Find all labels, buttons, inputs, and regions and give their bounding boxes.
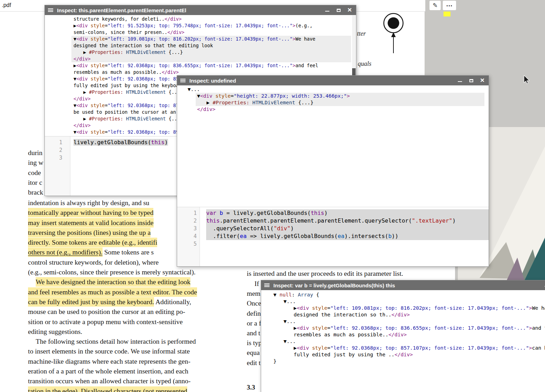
pdf-text-line: tation in the edge). Disallowed characte… — [28, 386, 238, 392]
sticky-note-marker[interactable] — [443, 12, 450, 16]
hamburger-menu-icon[interactable] — [264, 284, 270, 284]
annotate-button[interactable]: ✎ — [429, 1, 441, 10]
token: ▶ — [74, 63, 76, 68]
token: ▼ — [197, 93, 200, 99]
token: ... — [287, 318, 296, 324]
token: style — [88, 129, 105, 135]
dom-tree-node[interactable]: ▼... — [188, 86, 489, 93]
token: = — [105, 63, 107, 68]
token: ▼ — [284, 318, 287, 324]
pencil-icon: ✎ — [433, 2, 438, 9]
code-line[interactable] — [206, 240, 489, 248]
inspector-window-undefined: Inspect: undefined × ▼...▼<div style="he… — [177, 75, 489, 267]
token: = — [105, 129, 107, 135]
maximize-button[interactable] — [335, 7, 342, 13]
object-tree-node[interactable]: ▶<div style="left: 109.081px; top: 816.2… — [294, 305, 545, 312]
code-line[interactable]: this.parentElement.parentElement.parentE… — [206, 217, 489, 225]
token: resembles as much as possible.. — [294, 332, 389, 337]
token: </div> — [74, 56, 91, 62]
maximize-icon — [337, 9, 341, 12]
object-tree-node[interactable]: ▼... — [284, 298, 545, 305]
dom-tree-node[interactable]: semi-colons, since their presen..</div> — [74, 29, 356, 36]
window-titlebar[interactable]: Inspect: undefined × — [177, 76, 489, 85]
hamburger-menu-icon[interactable] — [48, 8, 53, 9]
token: ▼ — [74, 129, 76, 135]
object-tree-node[interactable]: } — [273, 358, 545, 365]
close-button[interactable]: × — [347, 7, 353, 13]
token: designed the interaction so th.. — [294, 312, 391, 317]
minimize-button[interactable] — [457, 77, 463, 84]
dom-tree-node[interactable]: ▶ #Properties: HTMLDivElement {...} — [207, 99, 489, 106]
token: style — [88, 76, 105, 82]
token: "left: 109.081px; top: 816.202px; font-s… — [108, 36, 293, 42]
token: style — [88, 103, 105, 108]
token: HTMLDivElement — [123, 116, 166, 121]
pdf-text-line: transition occurs when an allowed charac… — [28, 376, 238, 386]
token: structure keywords, for deleti.. — [74, 16, 165, 22]
window-controls: × — [544, 282, 545, 288]
token: = — [231, 93, 234, 99]
object-tree-node[interactable]: ▼... — [284, 318, 545, 325]
dom-tree-node[interactable]: </div> — [197, 106, 489, 113]
maximize-button[interactable] — [468, 77, 474, 84]
dom-tree-node[interactable]: designed the interaction so that the edi… — [74, 42, 356, 49]
object-tree-node[interactable]: ▼... — [284, 338, 545, 345]
token: this — [311, 210, 324, 216]
minimize-button[interactable] — [544, 282, 545, 288]
token: <div — [297, 305, 309, 311]
dom-tree-node[interactable]: structure keywords, for deleti..</div> — [74, 16, 356, 22]
dom-tree-node[interactable]: ▶<div style="left: 92.0368px; top: 836.6… — [74, 62, 356, 69]
minimize-button[interactable] — [324, 7, 330, 13]
object-tree-node[interactable]: fully edited just by using the ..</div> — [294, 351, 545, 358]
line-number: 5 — [177, 240, 200, 248]
object-tree-node[interactable]: ▶<div style="left: 92.0368px; top: 836.6… — [294, 325, 545, 331]
token: : — [292, 292, 298, 298]
code-line[interactable]: var b = lively.getGlobalBounds(this) — [206, 209, 489, 217]
token: HTMLDivElement — [123, 89, 166, 95]
token: "height: 22.877px; width: 253.466px;" — [234, 93, 347, 99]
pdf-filename: .pdf — [2, 2, 11, 8]
token: ▼ — [273, 292, 279, 298]
dom-tree-node[interactable]: </div> — [74, 56, 356, 62]
token — [216, 210, 220, 216]
token: ▶ — [83, 49, 89, 55]
token: .querySelectorAll( — [206, 225, 274, 232]
token: </div> — [391, 312, 410, 317]
hamburger-menu-icon[interactable] — [180, 79, 186, 79]
line-number: 2 — [45, 146, 70, 154]
close-button[interactable]: × — [479, 77, 485, 83]
dom-tree-node[interactable]: resembles as much as possible..</div> — [74, 69, 356, 76]
more-options-button[interactable]: … — [443, 1, 456, 10]
token: > — [293, 63, 295, 68]
token: ) — [324, 210, 328, 216]
inspector-window-array-result: Inspect: var b = lively.getGlobalBounds(… — [261, 280, 545, 392]
token: <div — [297, 325, 309, 331]
token: )) — [392, 233, 398, 239]
code-area[interactable]: var b = lively.getGlobalBounds(this)this… — [206, 207, 489, 266]
code-line[interactable]: .querySelectorAll("div") — [206, 225, 489, 232]
token: > — [347, 93, 350, 99]
token: ▼ — [74, 36, 76, 42]
token: style — [309, 325, 327, 331]
code-line[interactable]: .filter(ea => lively.getGlobalBounds(ea)… — [206, 232, 489, 240]
token: ▼ — [284, 299, 287, 304]
dom-tree-node[interactable]: ▶ #Properties: HTMLDivElement {...} — [83, 49, 356, 56]
token: null — [279, 292, 292, 298]
token: ▶ — [294, 325, 297, 331]
dom-tree-node[interactable]: ▶<div style="left: 91.5253px; top: 795.7… — [74, 22, 356, 29]
dom-tree-node[interactable]: ▼<div style="left: 109.081px; top: 816.2… — [74, 36, 356, 42]
token: ".textLayer" — [412, 217, 453, 224]
object-tree-node[interactable]: resembles as much as possible..</div> — [294, 331, 545, 338]
token: <div — [76, 76, 88, 82]
line-number: 3 — [45, 154, 70, 162]
token: ... — [191, 86, 200, 92]
window-titlebar[interactable]: Inspect: var b = lively.getGlobalBounds(… — [261, 280, 545, 290]
object-tree-node[interactable]: ▼ null: Array { — [273, 292, 545, 298]
window-titlebar[interactable]: Inspect: this.parentElement.parentElemen… — [45, 5, 356, 15]
object-tree-node[interactable]: designed the interaction so th..</div> — [294, 312, 545, 318]
dom-tree-node[interactable]: ▼<div style="height: 22.877px; width: 25… — [197, 93, 489, 99]
window-title: Inspect: var b = lively.getGlobalBounds(… — [273, 282, 540, 288]
token: </div> — [394, 352, 413, 357]
token: #Properties: — [89, 89, 123, 95]
object-tree-node[interactable]: ▶<div style="left: 92.0368px; top: 857.1… — [294, 345, 545, 351]
